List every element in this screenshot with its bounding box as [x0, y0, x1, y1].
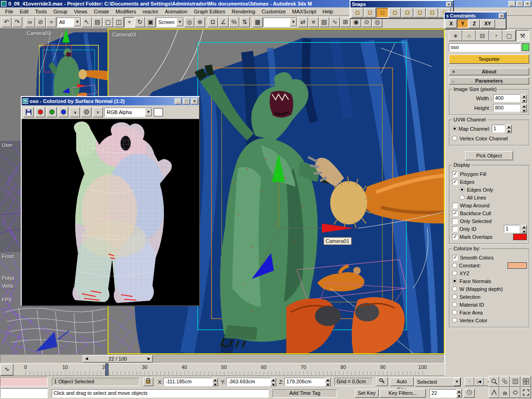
menu-create[interactable]: Create: [91, 8, 112, 15]
tab-motion-icon[interactable]: ◔: [489, 30, 502, 41]
angle-snap-icon[interactable]: ∠: [218, 17, 229, 27]
key-mode-toggle-icon[interactable]: ◦: [465, 377, 474, 386]
maximize-button[interactable]: □: [516, 1, 523, 7]
polygon-fill-checkbox[interactable]: [452, 171, 458, 177]
field-of-view-icon[interactable]: [489, 387, 499, 398]
pan-hand-icon[interactable]: [499, 387, 510, 398]
constant-color-swatch[interactable]: [508, 262, 527, 269]
render-maximize-button[interactable]: □: [183, 98, 190, 104]
clear-image-icon[interactable]: ×: [93, 107, 103, 117]
mini-curve-editor-button[interactable]: ∿: [0, 364, 13, 375]
add-time-tag[interactable]: Add Time Tag: [272, 389, 337, 398]
snap-endpoint-icon[interactable]: Ω: [401, 8, 413, 18]
minimize-button[interactable]: _: [508, 1, 515, 7]
height-spinner[interactable]: [521, 104, 527, 112]
snap-toggle-3d-icon[interactable]: Ω: [208, 17, 218, 27]
vertex-color-radio[interactable]: [452, 318, 457, 323]
dropdown-arrow-icon[interactable]: ▼: [145, 108, 152, 116]
object-color-swatch[interactable]: [522, 43, 529, 51]
snaps-toolbar[interactable]: Snaps × Ω Ω Ω Ω Ω Ω Ω Ω: [350, 0, 454, 19]
key-filters-button[interactable]: Key Filters...: [380, 389, 426, 398]
axis-constraints-titlebar[interactable]: s Constraints ×: [445, 12, 506, 19]
texporter-button[interactable]: Texporter: [449, 54, 529, 64]
backface-cull-checkbox[interactable]: [452, 211, 458, 216]
frame-forward-arrow-icon[interactable]: ▶: [145, 356, 152, 362]
auto-key-button[interactable]: Auto Key: [390, 377, 414, 386]
render-window-titlebar[interactable]: S oso - Colorized by Surface Normal (1:2…: [22, 97, 199, 105]
selection-filter-dropdown[interactable]: All ▼: [57, 18, 81, 27]
wrap-around-checkbox[interactable]: [452, 203, 458, 208]
coord-system-dropdown[interactable]: Screen ▼: [156, 18, 184, 27]
time-slider-thumb[interactable]: ◀ 22 / 100 ▶: [83, 355, 153, 363]
constrain-y-button[interactable]: Y: [457, 19, 468, 28]
select-manipulate-icon[interactable]: ⊕: [195, 17, 205, 27]
rollout-about[interactable]: + About: [449, 68, 529, 75]
render-close-button[interactable]: ×: [191, 98, 198, 104]
named-selection-dropdown[interactable]: ▼: [263, 18, 297, 27]
time-configuration-button[interactable]: [464, 389, 475, 398]
track-bar[interactable]: 0 10 20 30 40 50 60 70 80 90 100: [0, 363, 445, 376]
dropdown-arrow-icon[interactable]: ▼: [176, 18, 183, 26]
zoom-extents-all-icon[interactable]: [520, 376, 531, 387]
y-coordinate-field[interactable]: -363.693cm: [226, 378, 271, 386]
menu-file[interactable]: File: [2, 8, 17, 15]
selection-radio[interactable]: [452, 294, 457, 299]
map-channel-field[interactable]: 1: [492, 125, 505, 133]
menu-maxscript[interactable]: MAXScript: [289, 8, 320, 15]
map-channel-spinner[interactable]: [506, 125, 512, 133]
alpha-channel-icon[interactable]: ◑: [70, 107, 80, 117]
dropdown-arrow-icon[interactable]: ▼: [74, 18, 81, 26]
schematic-view-icon[interactable]: ⊞: [340, 17, 351, 27]
menu-rendering[interactable]: Rendering: [229, 8, 259, 15]
current-frame-marker[interactable]: [105, 363, 109, 375]
map-channel-radio[interactable]: [452, 126, 457, 131]
zoom-extents-icon[interactable]: [510, 376, 520, 387]
height-field[interactable]: 800: [493, 104, 520, 112]
x-coordinate-field[interactable]: -111.185cm: [163, 378, 212, 386]
snap-pivot-icon[interactable]: Ω: [364, 8, 376, 18]
select-object-icon[interactable]: ↖: [82, 17, 92, 27]
smooth-colors-checkbox[interactable]: [452, 255, 458, 260]
tab-utilities-icon[interactable]: ⚒: [516, 30, 529, 41]
tab-create-icon[interactable]: ∗: [449, 30, 462, 41]
channel-display-dropdown[interactable]: RGB Alpha ▼: [104, 108, 152, 117]
overlap-color-swatch[interactable]: [513, 234, 527, 240]
only-id-field[interactable]: 1: [504, 225, 520, 233]
select-link-icon[interactable]: ∞: [25, 17, 35, 27]
mirror-icon[interactable]: ⇄: [298, 17, 308, 27]
save-bitmap-icon[interactable]: [24, 107, 34, 117]
menu-group[interactable]: Group: [50, 8, 71, 15]
dropdown-arrow-icon[interactable]: ▼: [290, 18, 297, 26]
maxscript-mini-listener[interactable]: [0, 377, 48, 387]
unlink-icon[interactable]: ⊘: [36, 17, 46, 27]
width-field[interactable]: 400: [493, 94, 520, 102]
percent-snap-icon[interactable]: %: [229, 17, 239, 27]
snap-perpendicular-icon[interactable]: Ω: [376, 8, 388, 18]
only-selected-checkbox[interactable]: [452, 218, 458, 224]
maxscript-listener[interactable]: [0, 388, 48, 398]
key-selection-dropdown[interactable]: Selected ▼: [415, 377, 461, 387]
select-and-scale-icon[interactable]: ▣: [145, 17, 156, 27]
select-and-move-icon[interactable]: +: [124, 17, 134, 27]
zoom-all-icon[interactable]: [499, 376, 510, 387]
close-button[interactable]: ×: [524, 1, 531, 7]
snap-midpoint-icon[interactable]: Ω: [414, 8, 426, 18]
bind-spacewarp-icon[interactable]: ≈: [46, 17, 56, 27]
set-keys-button[interactable]: [376, 377, 388, 386]
snap-vertex-icon[interactable]: Ω: [389, 8, 401, 18]
undo-icon[interactable]: ↶: [1, 17, 12, 27]
set-key-button[interactable]: Set Key: [355, 389, 379, 398]
min-max-toggle-icon[interactable]: [520, 387, 531, 398]
current-frame-field[interactable]: 22: [429, 389, 456, 398]
go-to-start-button[interactable]: |◀: [474, 377, 484, 386]
pivot-center-icon[interactable]: ◎: [184, 17, 194, 27]
green-channel-icon[interactable]: [47, 107, 57, 117]
snaps-close-icon[interactable]: ×: [446, 2, 452, 7]
menu-edit[interactable]: Edit: [17, 8, 32, 15]
all-lines-radio[interactable]: [459, 195, 465, 200]
arc-rotate-icon[interactable]: [510, 387, 520, 398]
frame-back-arrow-icon[interactable]: ◀: [83, 356, 90, 362]
constrain-x-button[interactable]: X: [446, 19, 457, 28]
monochrome-channel-icon[interactable]: [81, 107, 91, 117]
select-and-rotate-icon[interactable]: ↻: [135, 17, 145, 27]
